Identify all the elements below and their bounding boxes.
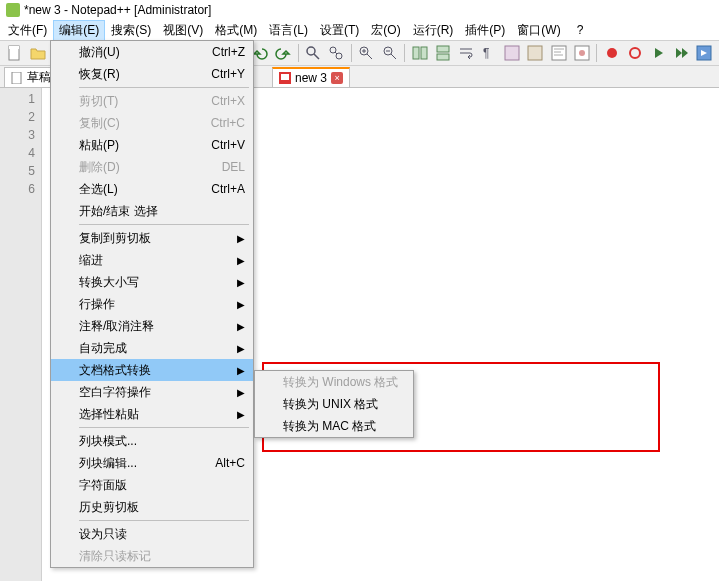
menu-copy-clipboard[interactable]: 复制到剪切板▶ <box>51 227 253 249</box>
menu-edit[interactable]: 编辑(E) <box>53 20 105 41</box>
tab-label: new 3 <box>295 71 327 85</box>
doc-map-icon[interactable] <box>548 42 569 64</box>
replace-icon[interactable] <box>326 42 347 64</box>
zoom-in-icon[interactable] <box>356 42 377 64</box>
svg-point-32 <box>607 48 617 58</box>
menu-column-mode[interactable]: 列块模式... <box>51 430 253 452</box>
save-macro-icon[interactable] <box>694 42 715 64</box>
sync-v-icon[interactable] <box>409 42 430 64</box>
tab-close-icon[interactable]: × <box>331 72 343 84</box>
indent-guide-icon[interactable] <box>502 42 523 64</box>
menu-clear-readonly[interactable]: 清除只读标记 <box>51 545 253 567</box>
window-title: *new 3 - Notepad++ [Administrator] <box>24 3 211 17</box>
submenu-arrow-icon: ▶ <box>237 255 245 266</box>
menu-view[interactable]: 视图(V) <box>157 20 209 41</box>
submenu-arrow-icon: ▶ <box>237 343 245 354</box>
record-icon[interactable] <box>601 42 622 64</box>
menu-indent[interactable]: 缩进▶ <box>51 249 253 271</box>
redo-icon[interactable] <box>272 42 293 64</box>
toolbar-separator <box>596 44 597 62</box>
submenu-arrow-icon: ▶ <box>237 365 245 376</box>
menu-begin-end-select[interactable]: 开始/结束 选择 <box>51 200 253 222</box>
line-number: 3 <box>0 126 35 144</box>
menu-char-panel[interactable]: 字符面版 <box>51 474 253 496</box>
svg-rect-22 <box>413 47 419 59</box>
stop-icon[interactable] <box>624 42 645 64</box>
menu-paste[interactable]: 粘贴(P)Ctrl+V <box>51 134 253 156</box>
menu-copy[interactable]: 复制(C)Ctrl+C <box>51 112 253 134</box>
menu-autocomplete[interactable]: 自动完成▶ <box>51 337 253 359</box>
toolbar-separator <box>404 44 405 62</box>
menu-comment[interactable]: 注释/取消注释▶ <box>51 315 253 337</box>
play-icon[interactable] <box>647 42 668 64</box>
open-file-icon[interactable] <box>27 42 48 64</box>
menu-separator <box>79 427 249 428</box>
menu-blank-ops[interactable]: 空白字符操作▶ <box>51 381 253 403</box>
menu-macro[interactable]: 宏(O) <box>365 20 406 41</box>
menu-search[interactable]: 搜索(S) <box>105 20 157 41</box>
menu-line-ops[interactable]: 行操作▶ <box>51 293 253 315</box>
svg-rect-37 <box>281 74 289 80</box>
menu-window[interactable]: 窗口(W) <box>511 20 566 41</box>
play-multi-icon[interactable] <box>671 42 692 64</box>
new-file-icon[interactable] <box>4 42 25 64</box>
menu-run[interactable]: 运行(R) <box>407 20 460 41</box>
document-icon <box>11 72 23 84</box>
menu-delete[interactable]: 删除(D)DEL <box>51 156 253 178</box>
menu-file[interactable]: 文件(F) <box>2 20 53 41</box>
svg-point-17 <box>307 47 315 55</box>
menu-language[interactable]: 语言(L) <box>263 20 314 41</box>
eol-conversion-submenu: 转换为 Windows 格式 转换为 UNIX 格式 转换为 MAC 格式 <box>254 370 414 438</box>
zoom-out-icon[interactable] <box>379 42 400 64</box>
svg-point-31 <box>579 50 585 56</box>
show-all-chars-icon[interactable]: ¶ <box>479 42 500 64</box>
app-icon <box>6 3 20 17</box>
toolbar-separator <box>298 44 299 62</box>
submenu-windows[interactable]: 转换为 Windows 格式 <box>255 371 413 393</box>
menu-format[interactable]: 格式(M) <box>209 20 263 41</box>
submenu-arrow-icon: ▶ <box>237 321 245 332</box>
line-number: 1 <box>0 90 35 108</box>
menu-bar: 文件(F) 编辑(E) 搜索(S) 视图(V) 格式(M) 语言(L) 设置(T… <box>0 20 719 40</box>
menu-redo[interactable]: 恢复(R)Ctrl+Y <box>51 63 253 85</box>
unsaved-icon <box>279 72 291 84</box>
menu-help[interactable]: ? <box>571 21 590 39</box>
wrap-icon[interactable] <box>455 42 476 64</box>
menu-paste-special[interactable]: 选择性粘贴▶ <box>51 403 253 425</box>
line-number: 5 <box>0 162 35 180</box>
svg-rect-24 <box>437 46 449 52</box>
menu-separator <box>79 520 249 521</box>
tab-new3[interactable]: new 3 × <box>272 67 350 87</box>
svg-rect-28 <box>528 46 542 60</box>
menu-eol-conversion[interactable]: 文档格式转换▶ <box>51 359 253 381</box>
sync-h-icon[interactable] <box>432 42 453 64</box>
menu-set-readonly[interactable]: 设为只读 <box>51 523 253 545</box>
toolbar-separator <box>351 44 352 62</box>
menu-plugins[interactable]: 插件(P) <box>459 20 511 41</box>
menu-settings[interactable]: 设置(T) <box>314 20 365 41</box>
svg-point-33 <box>630 48 640 58</box>
submenu-arrow-icon: ▶ <box>237 277 245 288</box>
submenu-arrow-icon: ▶ <box>237 233 245 244</box>
submenu-unix[interactable]: 转换为 UNIX 格式 <box>255 393 413 415</box>
line-number: 6 <box>0 180 35 198</box>
menu-undo[interactable]: 撤消(U)Ctrl+Z <box>51 41 253 63</box>
menu-select-all[interactable]: 全选(L)Ctrl+A <box>51 178 253 200</box>
menu-clipboard-history[interactable]: 历史剪切板 <box>51 496 253 518</box>
svg-rect-27 <box>505 46 519 60</box>
find-icon[interactable] <box>303 42 324 64</box>
lang-icon[interactable] <box>525 42 546 64</box>
menu-column-editor[interactable]: 列块编辑...Alt+C <box>51 452 253 474</box>
menu-separator <box>79 87 249 88</box>
submenu-arrow-icon: ▶ <box>237 409 245 420</box>
submenu-mac[interactable]: 转换为 MAC 格式 <box>255 415 413 437</box>
menu-convert-case[interactable]: 转换大小写▶ <box>51 271 253 293</box>
function-list-icon[interactable] <box>571 42 592 64</box>
line-number-gutter: 1 2 3 4 5 6 <box>0 88 42 581</box>
svg-rect-35 <box>12 72 21 84</box>
svg-rect-23 <box>421 47 427 59</box>
menu-cut[interactable]: 剪切(T)Ctrl+X <box>51 90 253 112</box>
svg-rect-25 <box>437 54 449 60</box>
svg-text:¶: ¶ <box>483 46 489 60</box>
menu-separator <box>79 224 249 225</box>
